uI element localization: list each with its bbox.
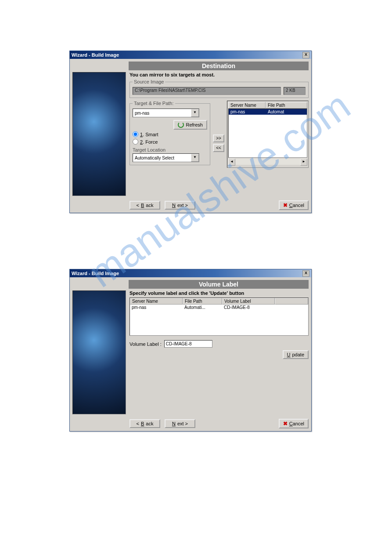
chevron-down-icon[interactable]: ▼ <box>191 154 199 162</box>
col-file-path[interactable]: File Path <box>183 298 222 305</box>
target-combo-value: pm-nas <box>133 111 191 116</box>
radio-force[interactable]: 2. Force <box>133 139 207 145</box>
subtitle-text: Specify volume label and click the 'Upda… <box>129 290 309 296</box>
wizard-window-destination: Wizard - Build Image X Destination You c… <box>69 51 312 213</box>
window-title: Wizard - Build Image <box>72 271 302 276</box>
add-button[interactable]: >> <box>213 134 224 142</box>
target-list: Server Name File Path pm-nas Automat ◄ <box>227 101 309 168</box>
radio-smart-label: 1. Smart <box>140 132 158 137</box>
volume-table: Server Name File Path Volume Label pm-na… <box>129 297 309 336</box>
cell-path: Automat <box>266 109 307 115</box>
source-path-field: C:\Program Files\NAStart\TEMP.CIS <box>133 87 281 95</box>
chevron-down-icon[interactable]: ▼ <box>191 109 199 117</box>
target-list-body[interactable]: pm-nas Automat <box>228 109 307 158</box>
scroll-track[interactable] <box>235 159 300 165</box>
move-buttons: >> << <box>213 101 224 168</box>
refresh-button[interactable]: Refresh <box>173 120 207 130</box>
refresh-icon <box>178 122 184 128</box>
remove-button[interactable]: << <box>213 144 224 152</box>
source-size-field: 2 KB <box>284 87 306 95</box>
cancel-button[interactable]: ✖ Cancel <box>279 200 309 210</box>
scroll-right-icon[interactable]: ► <box>300 159 307 166</box>
next-button[interactable]: Next > <box>165 419 195 428</box>
volume-label-input[interactable] <box>164 340 212 348</box>
close-icon[interactable]: X <box>302 52 309 58</box>
target-location-label: Target Location <box>133 147 207 152</box>
close-icon[interactable]: X <box>302 270 309 277</box>
page-banner: Volume Label <box>129 280 309 289</box>
volume-table-body[interactable]: pm-nas Automati... CD-IMAGE-8 <box>130 305 308 335</box>
volume-label-caption: Volume Label : <box>129 341 162 347</box>
page-banner: Destination <box>129 62 309 70</box>
source-image-group: Source Image C:\Program Files\NAStart\TE… <box>129 79 309 98</box>
col-file-path[interactable]: File Path <box>266 102 307 109</box>
table-row[interactable]: pm-nas Automati... CD-IMAGE-8 <box>130 305 308 310</box>
col-volume-label[interactable]: Volume Label <box>222 298 275 305</box>
wizard-side-image <box>72 290 126 414</box>
location-combo[interactable]: Automatically Select ▼ <box>133 153 199 162</box>
refresh-label: Refresh <box>186 122 203 127</box>
location-combo-value: Automatically Select <box>133 156 191 160</box>
radio-force-label: 2. Force <box>140 139 158 145</box>
cancel-button[interactable]: ✖ Cancel <box>279 419 309 428</box>
cell-path: Automati... <box>183 305 222 310</box>
col-spacer <box>275 298 308 305</box>
scroll-left-icon[interactable]: ◄ <box>228 159 235 166</box>
titlebar: Wizard - Build Image X <box>70 51 311 59</box>
subtitle-text: You can mirror to six targets at most. <box>129 72 309 77</box>
col-server-name[interactable]: Server Name <box>228 102 266 109</box>
titlebar: Wizard - Build Image X <box>70 269 311 277</box>
window-title: Wizard - Build Image <box>72 52 302 58</box>
radio-force-input[interactable] <box>133 139 138 145</box>
cell-server: pm-nas <box>229 109 266 115</box>
back-button[interactable]: < Back <box>129 419 160 428</box>
x-icon: ✖ <box>283 202 288 208</box>
cell-label: CD-IMAGE-8 <box>222 305 275 310</box>
radio-smart[interactable]: 1. Smart <box>133 131 207 137</box>
next-button[interactable]: Next > <box>165 201 195 210</box>
update-button[interactable]: Update <box>283 350 309 359</box>
source-legend: Source Image <box>133 79 165 84</box>
col-server-name[interactable]: Server Name <box>130 298 183 305</box>
back-button[interactable]: < Back <box>129 201 160 210</box>
target-legend: Target & File Path: <box>133 101 175 106</box>
wizard-side-image <box>72 72 126 196</box>
target-path-group: Target & File Path: pm-nas ▼ Refresh <box>129 101 210 165</box>
x-icon: ✖ <box>283 421 288 427</box>
cell-server: pm-nas <box>130 305 183 310</box>
radio-smart-input[interactable] <box>133 131 138 137</box>
table-row[interactable]: pm-nas Automat <box>229 109 307 115</box>
h-scrollbar[interactable]: ◄ ► <box>228 159 307 165</box>
target-combo[interactable]: pm-nas ▼ <box>133 109 199 117</box>
wizard-window-volume-label: Wizard - Build Image X Volume Label Spec… <box>69 269 312 432</box>
